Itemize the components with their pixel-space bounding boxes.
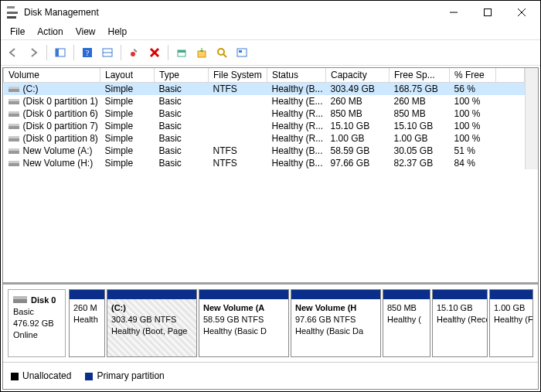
toolbar: ? — [1, 39, 540, 66]
column-header[interactable]: Status — [267, 68, 326, 83]
svg-point-17 — [218, 49, 224, 55]
menubar: File Action View Help — [1, 24, 540, 39]
disk-type: Basic — [13, 307, 34, 316]
volume-table: VolumeLayoutTypeFile SystemStatusCapacit… — [3, 68, 525, 169]
forward-button[interactable] — [24, 43, 43, 62]
drive-icon — [9, 133, 21, 141]
disk-label: Disk 0 — [31, 295, 56, 305]
toolbar-icon-c[interactable] — [213, 43, 231, 62]
titlebar: Disk Management — [1, 1, 540, 24]
partition-block[interactable]: 15.10 GBHealthy (Reco — [432, 289, 488, 357]
drive-icon — [9, 121, 21, 128]
volume-row[interactable]: (Disk 0 partition 6)SimpleBasicHealthy (… — [4, 107, 525, 120]
drive-icon — [9, 108, 21, 116]
delete-icon[interactable] — [145, 43, 164, 62]
svg-rect-28 — [9, 124, 19, 126]
partition-block[interactable]: New Volume (A58.59 GB NTFSHealthy (Basic… — [199, 289, 289, 357]
column-header[interactable]: Free Sp... — [390, 68, 450, 83]
app-icon — [7, 6, 19, 19]
partition-block[interactable]: 1.00 GBHealthy (F — [489, 289, 533, 357]
svg-rect-26 — [9, 111, 19, 114]
svg-rect-5 — [56, 49, 59, 56]
partition-block[interactable]: 260 MHealth — [69, 289, 105, 357]
drive-icon — [9, 96, 21, 104]
svg-point-10 — [131, 52, 135, 56]
column-header[interactable]: File System — [209, 68, 267, 83]
column-header[interactable]: Volume — [4, 68, 100, 83]
legend: Unallocated Primary partition — [3, 362, 538, 389]
column-header[interactable]: Layout — [100, 68, 155, 83]
svg-rect-22 — [9, 87, 19, 89]
back-button[interactable] — [4, 43, 22, 62]
show-hide-console-button[interactable] — [51, 43, 70, 62]
menu-help[interactable]: Help — [102, 25, 134, 39]
menu-action[interactable]: Action — [31, 25, 69, 39]
toolbar-icon-d[interactable] — [233, 43, 251, 62]
menu-view[interactable]: View — [70, 25, 102, 39]
disk-icon — [13, 296, 27, 305]
svg-rect-15 — [178, 50, 185, 53]
drive-icon — [9, 145, 21, 153]
minimize-button[interactable] — [437, 2, 471, 23]
drive-icon — [9, 84, 21, 91]
column-header[interactable]: Type — [155, 68, 209, 83]
partition-strip: 260 MHealth(C:)303.49 GB NTFSHealthy (Bo… — [69, 289, 533, 357]
svg-rect-24 — [9, 99, 19, 101]
vertical-scrollbar[interactable] — [525, 68, 538, 169]
legend-primary: Primary partition — [85, 370, 164, 381]
svg-line-18 — [223, 54, 226, 57]
settings-icon[interactable] — [125, 43, 144, 62]
svg-rect-11 — [134, 49, 138, 53]
maximize-button[interactable] — [471, 2, 505, 23]
svg-rect-20 — [239, 50, 242, 53]
toolbar-icon-b[interactable] — [192, 43, 211, 62]
partition-block[interactable]: 850 MBHealthy ( — [383, 289, 430, 357]
toolbar-icon-a[interactable] — [172, 43, 191, 62]
svg-rect-30 — [9, 136, 19, 138]
disk-size: 476.92 GB — [13, 319, 54, 328]
svg-rect-32 — [9, 148, 19, 151]
window-title: Disk Management — [24, 7, 437, 18]
legend-unallocated: Unallocated — [11, 370, 71, 381]
volume-row[interactable]: (C:)SimpleBasicNTFSHealthy (B...303.49 G… — [4, 83, 525, 96]
volume-row[interactable]: (Disk 0 partition 7)SimpleBasicHealthy (… — [4, 120, 525, 132]
disk-graphical-pane: Disk 0 Basic 476.92 GB Online 260 MHealt… — [3, 282, 538, 362]
partition-block[interactable]: (C:)303.49 GB NTFSHealthy (Boot, Page — [107, 289, 197, 357]
column-header-row: VolumeLayoutTypeFile SystemStatusCapacit… — [4, 68, 525, 83]
svg-rect-1 — [485, 9, 492, 16]
disk-management-window: Disk Management File Action View Help ? — [0, 0, 541, 392]
svg-rect-34 — [9, 161, 19, 163]
svg-text:?: ? — [86, 48, 90, 57]
help-button[interactable]: ? — [78, 43, 97, 62]
partition-block[interactable]: New Volume (H97.66 GB NTFSHealthy (Basic… — [291, 289, 381, 357]
drive-icon — [9, 158, 21, 165]
svg-rect-36 — [13, 296, 27, 299]
disk-header[interactable]: Disk 0 Basic 476.92 GB Online — [8, 289, 66, 357]
column-header[interactable]: % Free — [450, 68, 496, 83]
content-area: VolumeLayoutTypeFile SystemStatusCapacit… — [2, 67, 539, 390]
volume-row[interactable]: New Volume (H:)SimpleBasicNTFSHealthy (B… — [4, 157, 525, 169]
close-button[interactable] — [505, 2, 539, 23]
disk-status: Online — [13, 330, 38, 339]
volume-row[interactable]: (Disk 0 partition 1)SimpleBasicHealthy (… — [4, 95, 525, 107]
volume-row[interactable]: (Disk 0 partition 8)SimpleBasicHealthy (… — [4, 132, 525, 145]
volume-row[interactable]: New Volume (A:)SimpleBasicNTFSHealthy (B… — [4, 145, 525, 157]
toolbar-pane-icon[interactable] — [98, 43, 117, 62]
menu-file[interactable]: File — [4, 25, 31, 39]
column-header[interactable]: Capacity — [326, 68, 390, 83]
